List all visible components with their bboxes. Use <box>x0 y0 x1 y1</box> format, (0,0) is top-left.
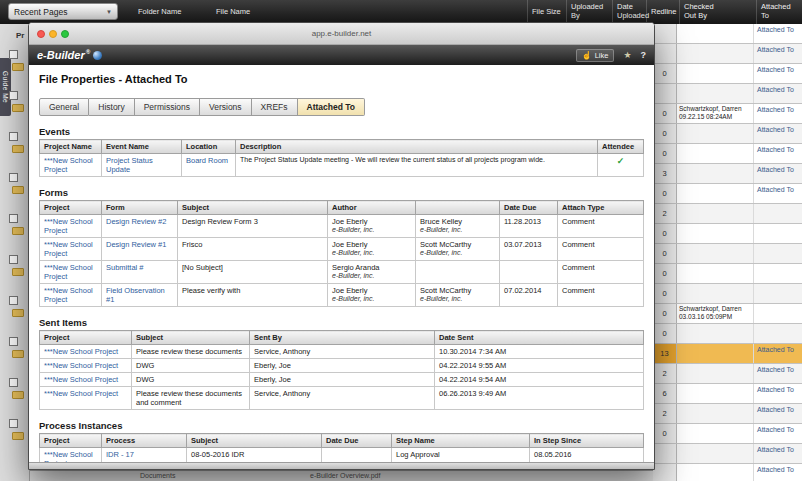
column-header-file-size[interactable]: File Size <box>527 0 565 24</box>
cell: Joe Eberlye-Builder, inc. <box>328 238 416 261</box>
file-link-overview-pdf[interactable]: e-Builder Overview.pdf <box>310 472 380 479</box>
attachment-count: 3 <box>653 164 677 183</box>
column-header-folder-name[interactable]: Folder Name <box>134 0 181 24</box>
attachment-count: 0 <box>653 124 677 143</box>
dialog-titlebar[interactable]: app.e-builder.net <box>29 23 654 45</box>
cell-link[interactable]: ***New School Project <box>44 286 93 304</box>
attached-to-cell <box>754 324 802 343</box>
attached-to-link[interactable]: Attached To <box>757 166 794 173</box>
attached-to-link[interactable]: Attached To <box>757 186 794 193</box>
tab-permissions[interactable]: Permissions <box>135 98 200 116</box>
help-button[interactable]: ? <box>641 50 647 60</box>
attached-to-link[interactable]: Attached To <box>757 366 794 373</box>
file-row: 0 <box>653 284 802 304</box>
table-header-row: ProjectSubjectSent ByDate Sent <box>40 331 644 345</box>
cell-link[interactable]: Board Room <box>186 156 228 165</box>
attached-to-cell: Attached To <box>754 84 802 103</box>
row-checkbox[interactable] <box>9 255 18 264</box>
cell: ***New School Project <box>40 373 132 387</box>
tab-attached-to[interactable]: Attached To <box>298 98 365 116</box>
row-checkbox[interactable] <box>9 296 18 305</box>
column-header-checked-out-by[interactable]: Checked Out By <box>679 0 719 24</box>
cell-link[interactable]: Field Observation #1 <box>106 286 165 304</box>
guide-me-tab[interactable]: Guide Me <box>0 58 11 116</box>
attached-to-link[interactable]: Attached To <box>757 86 794 93</box>
row-checkbox[interactable] <box>9 214 18 223</box>
person-org: e-Builder, inc. <box>332 249 411 257</box>
cell <box>500 261 558 284</box>
cell: Scott McCarthye-Builder, inc. <box>416 284 500 307</box>
attached-to-link[interactable]: Attached To <box>757 126 794 133</box>
table-row: ***New School ProjectPlease review these… <box>40 345 644 359</box>
cell-link[interactable]: ***New School Project <box>44 450 93 462</box>
cell: Please review these documents and commen… <box>132 387 250 410</box>
column-header-attached-to[interactable]: Attached To <box>756 0 796 24</box>
row-checkbox[interactable] <box>9 419 18 428</box>
attached-to-link[interactable]: Attached To <box>757 446 794 453</box>
attached-to-link[interactable]: Attached To <box>757 46 794 53</box>
folder-icon <box>12 63 24 71</box>
tab-general[interactable]: General <box>39 98 89 116</box>
star-icon[interactable]: ★ <box>623 50 631 60</box>
column-header-file-name[interactable]: File Name <box>212 0 250 24</box>
attached-to-link[interactable]: Attached To <box>757 26 794 33</box>
attendee-check-icon: ✓ <box>598 154 644 177</box>
attached-to-link[interactable]: Attached To <box>757 66 794 73</box>
cell: Design Review #1 <box>102 238 178 261</box>
person-name: Joe Eberly <box>332 286 411 295</box>
attached-to-link[interactable]: Attached To <box>757 346 794 353</box>
attached-to-link[interactable]: Attached To <box>757 466 794 473</box>
attached-to-link[interactable]: Attached To <box>757 406 794 413</box>
cell-link[interactable]: Design Review #2 <box>106 217 166 226</box>
checked-out-cell <box>677 324 754 343</box>
column-header-date-uploaded[interactable]: Date Uploaded <box>612 0 646 24</box>
attached-to-cell: Attached To <box>754 164 802 183</box>
cell-link[interactable]: ***New School Project <box>44 263 93 281</box>
registered-mark: ® <box>86 49 90 55</box>
cell: 08-05-2016 IDR <box>187 448 322 463</box>
cell-link[interactable]: IDR - 17 <box>106 450 134 459</box>
row-checkbox[interactable] <box>9 132 18 141</box>
column-header: Attach Type <box>558 201 644 215</box>
row-checkbox[interactable] <box>9 173 18 182</box>
tab-versions[interactable]: Versions <box>200 98 252 116</box>
attached-to-link[interactable]: Attached To <box>757 426 794 433</box>
attached-to-cell: Attached To <box>754 384 802 403</box>
cell-link[interactable]: ***New School Project <box>44 217 93 235</box>
tab-xrefs[interactable]: XREFs <box>252 98 298 116</box>
like-button[interactable]: ☝ Like <box>576 49 615 62</box>
attached-to-link[interactable]: Attached To <box>757 146 794 153</box>
folder-link-documents[interactable]: Documents <box>140 472 175 479</box>
attached-to-link[interactable]: Attached To <box>757 106 794 113</box>
row-checkbox[interactable] <box>9 91 18 100</box>
cell-link[interactable]: ***New School Project <box>44 240 93 258</box>
cell: [No Subject] <box>178 261 328 284</box>
person-org: e-Builder, inc. <box>332 226 411 234</box>
tab-history[interactable]: History <box>89 98 134 116</box>
column-header-uploaded-by[interactable]: Uploaded By <box>566 0 612 24</box>
person-org: e-Builder, inc. <box>420 226 495 234</box>
cell-link[interactable]: ***New School Project <box>44 389 118 398</box>
row-checkbox[interactable] <box>9 50 18 59</box>
recent-pages-dropdown[interactable]: Recent Pages ▼ <box>8 3 118 20</box>
row-checkbox[interactable] <box>9 337 18 346</box>
table-row: ***New School ProjectDesign Review #1Fri… <box>40 238 644 261</box>
cell-link[interactable]: Submittal # <box>106 263 144 272</box>
cell-link[interactable]: ***New School Project <box>44 361 118 370</box>
cell-link[interactable]: ***New School Project <box>44 156 93 174</box>
cell-link[interactable]: ***New School Project <box>44 375 118 384</box>
column-header-redline[interactable]: Redline <box>646 0 677 24</box>
attached-to-link[interactable]: Attached To <box>757 386 794 393</box>
cell-link[interactable]: ***New School Project <box>44 347 118 356</box>
row-checkbox[interactable] <box>9 378 18 387</box>
checked-out-cell <box>677 404 754 423</box>
cell-link[interactable]: Design Review #1 <box>106 240 166 249</box>
cell-link[interactable]: Project Status Update <box>106 156 153 174</box>
table-row: ***New School ProjectSubmittal #[No Subj… <box>40 261 644 284</box>
person-org: e-Builder, inc. <box>332 272 411 280</box>
file-row: 0Schwartzkopf, Darren03.03.16 05:09PM <box>653 304 802 324</box>
section-title-process-instances: Process Instances <box>39 420 644 431</box>
cell: Joe Eberlye-Builder, inc. <box>328 215 416 238</box>
column-header: In Step Since <box>530 434 644 448</box>
checked-out-cell <box>677 444 754 463</box>
